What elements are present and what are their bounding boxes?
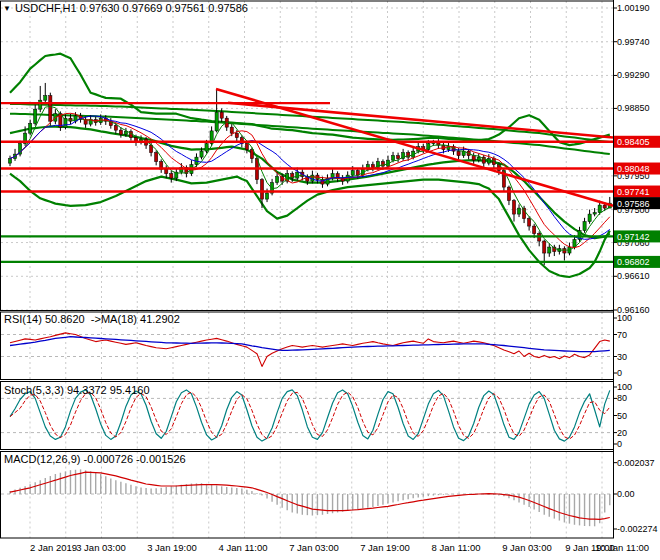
time-tick-label: 3 Jan 19:00 bbox=[147, 542, 197, 553]
macd-indicator-label: MACD(12,26,9) -0.000726 -0.001526 bbox=[4, 453, 186, 465]
time-tick-label: 3 Jan 03:00 bbox=[76, 542, 126, 553]
bull-candle bbox=[588, 214, 591, 221]
bear-candle bbox=[220, 112, 223, 118]
bull-candle bbox=[296, 172, 299, 178]
bull-candle bbox=[593, 213, 596, 214]
chart-background bbox=[0, 0, 660, 560]
bear-candle bbox=[260, 180, 263, 199]
bull-candle bbox=[39, 100, 42, 109]
bear-candle bbox=[507, 187, 510, 200]
bull-candle bbox=[34, 109, 37, 123]
time-tick-label: 7 Jan 03:00 bbox=[289, 542, 339, 553]
bull-candle bbox=[29, 123, 32, 133]
bull-candle bbox=[265, 193, 268, 199]
bear-candle bbox=[170, 174, 173, 178]
chart-title: ▼USDCHF,H1 0.97630 0.97669 0.97561 0.975… bbox=[3, 2, 248, 14]
bear-candle bbox=[371, 165, 374, 168]
bear-candle bbox=[528, 219, 531, 226]
bull-candle bbox=[200, 151, 203, 157]
quote-high: 0.97669 bbox=[123, 2, 163, 14]
symbol-dropdown-icon[interactable]: ▼ bbox=[3, 4, 11, 13]
quote-close: 0.97586 bbox=[208, 2, 248, 14]
chart-window: 1.001900.997400.992900.988500.979500.975… bbox=[0, 0, 660, 560]
bear-candle bbox=[543, 241, 546, 253]
bull-candle bbox=[517, 208, 520, 214]
bear-candle bbox=[235, 133, 238, 137]
bear-candle bbox=[563, 249, 566, 253]
quote-open: 0.97630 bbox=[80, 2, 120, 14]
bull-candle bbox=[215, 112, 218, 131]
bear-candle bbox=[230, 127, 233, 133]
price-axis[interactable] bbox=[614, 0, 660, 538]
bear-candle bbox=[114, 126, 117, 130]
quote-low: 0.97561 bbox=[165, 2, 205, 14]
bull-candle bbox=[598, 205, 601, 212]
bull-candle bbox=[205, 144, 208, 151]
symbol-period-label: USDCHF,H1 bbox=[15, 2, 77, 14]
time-tick-label: 2 Jan 2019 bbox=[30, 542, 77, 553]
stoch-indicator-label: Stoch(5,3,3) 94.3372 95.4160 bbox=[4, 384, 150, 396]
bull-candle bbox=[583, 222, 586, 231]
price-chart-svg[interactable]: 1.001900.997400.992900.988500.979500.975… bbox=[0, 0, 660, 560]
bear-candle bbox=[603, 205, 606, 208]
time-tick-label: 4 Jan 11:00 bbox=[219, 542, 268, 553]
bear-candle bbox=[49, 96, 52, 121]
bear-candle bbox=[119, 130, 122, 134]
bear-candle bbox=[457, 151, 460, 155]
bull-candle bbox=[8, 159, 11, 163]
bear-candle bbox=[396, 156, 399, 159]
time-tick-label: 10 Jan 11:00 bbox=[595, 542, 649, 553]
bull-candle bbox=[124, 132, 127, 135]
bear-candle bbox=[245, 144, 248, 150]
bear-candle bbox=[533, 226, 536, 233]
rsi-indicator-label: RSI(14) 50.8620 ->MA(18) 41.2902 bbox=[4, 313, 180, 325]
bull-candle bbox=[548, 247, 551, 253]
bull-candle bbox=[276, 177, 279, 183]
time-tick-label: 7 Jan 19:00 bbox=[360, 542, 410, 553]
bear-candle bbox=[165, 169, 168, 173]
bull-candle bbox=[391, 156, 394, 160]
bull-candle bbox=[351, 171, 354, 175]
bear-candle bbox=[512, 201, 515, 214]
time-tick-label: 9 Jan 03:00 bbox=[502, 542, 552, 553]
bull-candle bbox=[44, 96, 47, 100]
time-tick-label: 8 Jan 11:00 bbox=[432, 542, 481, 553]
bear-candle bbox=[155, 153, 158, 162]
bear-candle bbox=[472, 156, 475, 160]
bear-candle bbox=[250, 150, 253, 159]
bull-candle bbox=[477, 157, 480, 160]
